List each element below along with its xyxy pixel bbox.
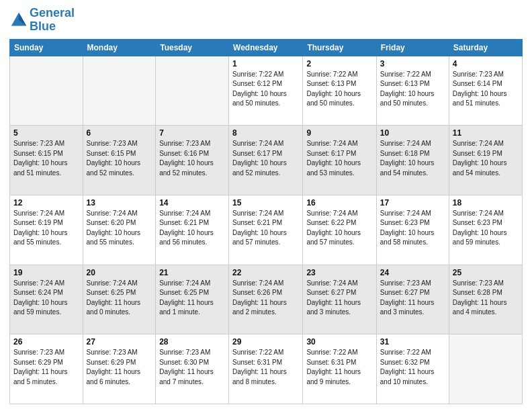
day-number: 13 xyxy=(87,198,152,208)
calendar-cell: 29Sunrise: 7:22 AM Sunset: 6:31 PM Dayli… xyxy=(229,334,303,404)
day-number: 19 xyxy=(13,268,79,277)
day-info: Sunrise: 7:22 AM Sunset: 6:31 PM Dayligh… xyxy=(306,348,372,387)
day-info: Sunrise: 7:22 AM Sunset: 6:32 PM Dayligh… xyxy=(380,348,445,387)
calendar-cell: 26Sunrise: 7:23 AM Sunset: 6:29 PM Dayli… xyxy=(10,334,83,404)
calendar-cell: 5Sunrise: 7:23 AM Sunset: 6:15 PM Daylig… xyxy=(10,126,83,195)
calendar-cell: 20Sunrise: 7:24 AM Sunset: 6:25 PM Dayli… xyxy=(83,265,156,334)
calendar-cell: 13Sunrise: 7:24 AM Sunset: 6:20 PM Dayli… xyxy=(83,195,156,265)
calendar-cell: 9Sunrise: 7:24 AM Sunset: 6:17 PM Daylig… xyxy=(303,126,376,195)
day-number: 8 xyxy=(232,128,299,138)
day-info: Sunrise: 7:24 AM Sunset: 6:23 PM Dayligh… xyxy=(380,209,445,248)
day-number: 4 xyxy=(453,59,519,68)
day-info: Sunrise: 7:23 AM Sunset: 6:27 PM Dayligh… xyxy=(380,279,445,318)
calendar-cell: 19Sunrise: 7:24 AM Sunset: 6:24 PM Dayli… xyxy=(10,265,83,334)
day-number: 11 xyxy=(453,128,519,138)
calendar-cell: 11Sunrise: 7:24 AM Sunset: 6:19 PM Dayli… xyxy=(449,126,522,195)
day-info: Sunrise: 7:24 AM Sunset: 6:19 PM Dayligh… xyxy=(453,139,519,178)
day-info: Sunrise: 7:23 AM Sunset: 6:29 PM Dayligh… xyxy=(13,348,79,387)
calendar-weekday-header: Wednesday xyxy=(229,39,303,56)
day-info: Sunrise: 7:24 AM Sunset: 6:17 PM Dayligh… xyxy=(306,139,372,178)
day-number: 12 xyxy=(13,198,79,208)
day-number: 22 xyxy=(232,268,299,277)
day-info: Sunrise: 7:22 AM Sunset: 6:13 PM Dayligh… xyxy=(306,70,372,109)
day-info: Sunrise: 7:24 AM Sunset: 6:22 PM Dayligh… xyxy=(306,209,372,248)
calendar-weekday-header: Monday xyxy=(83,39,156,56)
calendar-cell: 10Sunrise: 7:24 AM Sunset: 6:18 PM Dayli… xyxy=(376,126,449,195)
calendar-cell: 21Sunrise: 7:24 AM Sunset: 6:25 PM Dayli… xyxy=(156,265,229,334)
day-info: Sunrise: 7:24 AM Sunset: 6:19 PM Dayligh… xyxy=(13,209,79,248)
calendar-cell: 24Sunrise: 7:23 AM Sunset: 6:27 PM Dayli… xyxy=(376,265,449,334)
day-info: Sunrise: 7:24 AM Sunset: 6:25 PM Dayligh… xyxy=(159,279,225,318)
calendar-cell: 30Sunrise: 7:22 AM Sunset: 6:31 PM Dayli… xyxy=(303,334,376,404)
calendar-cell: 22Sunrise: 7:24 AM Sunset: 6:26 PM Dayli… xyxy=(229,265,303,334)
calendar-header-row: SundayMondayTuesdayWednesdayThursdayFrid… xyxy=(10,39,523,56)
calendar-cell: 28Sunrise: 7:23 AM Sunset: 6:30 PM Dayli… xyxy=(156,334,229,404)
calendar-cell xyxy=(83,56,156,126)
day-number: 17 xyxy=(380,198,445,208)
day-info: Sunrise: 7:22 AM Sunset: 6:12 PM Dayligh… xyxy=(232,70,299,109)
day-info: Sunrise: 7:23 AM Sunset: 6:30 PM Dayligh… xyxy=(159,348,225,387)
day-number: 15 xyxy=(232,198,299,208)
page-header: General Blue xyxy=(9,7,523,34)
calendar-cell xyxy=(10,56,83,126)
day-info: Sunrise: 7:24 AM Sunset: 6:18 PM Dayligh… xyxy=(380,139,445,178)
day-number: 20 xyxy=(87,268,152,277)
calendar-weekday-header: Tuesday xyxy=(156,39,229,56)
calendar-cell: 27Sunrise: 7:23 AM Sunset: 6:29 PM Dayli… xyxy=(83,334,156,404)
calendar-cell: 4Sunrise: 7:23 AM Sunset: 6:14 PM Daylig… xyxy=(449,56,522,126)
calendar-cell xyxy=(156,56,229,126)
day-number: 2 xyxy=(306,59,372,68)
day-number: 9 xyxy=(306,128,372,138)
day-number: 29 xyxy=(232,337,299,347)
day-number: 14 xyxy=(159,198,225,208)
day-info: Sunrise: 7:24 AM Sunset: 6:27 PM Dayligh… xyxy=(306,279,372,318)
day-number: 31 xyxy=(380,337,445,347)
calendar-cell: 12Sunrise: 7:24 AM Sunset: 6:19 PM Dayli… xyxy=(10,195,83,265)
calendar-cell: 14Sunrise: 7:24 AM Sunset: 6:21 PM Dayli… xyxy=(156,195,229,265)
day-number: 27 xyxy=(87,337,152,347)
calendar-cell: 1Sunrise: 7:22 AM Sunset: 6:12 PM Daylig… xyxy=(229,56,303,126)
day-number: 3 xyxy=(380,59,445,68)
day-number: 10 xyxy=(380,128,445,138)
day-number: 18 xyxy=(453,198,519,208)
calendar-cell: 23Sunrise: 7:24 AM Sunset: 6:27 PM Dayli… xyxy=(303,265,376,334)
calendar-cell: 7Sunrise: 7:23 AM Sunset: 6:16 PM Daylig… xyxy=(156,126,229,195)
day-info: Sunrise: 7:24 AM Sunset: 6:26 PM Dayligh… xyxy=(232,279,299,318)
calendar-table: SundayMondayTuesdayWednesdayThursdayFrid… xyxy=(9,39,523,404)
day-number: 28 xyxy=(159,337,225,347)
day-number: 6 xyxy=(87,128,152,138)
calendar-week-row: 1Sunrise: 7:22 AM Sunset: 6:12 PM Daylig… xyxy=(10,56,523,126)
day-info: Sunrise: 7:24 AM Sunset: 6:25 PM Dayligh… xyxy=(87,279,152,318)
calendar-weekday-header: Saturday xyxy=(449,39,522,56)
logo-icon xyxy=(9,11,28,30)
calendar-cell: 3Sunrise: 7:22 AM Sunset: 6:13 PM Daylig… xyxy=(376,56,449,126)
calendar-week-row: 12Sunrise: 7:24 AM Sunset: 6:19 PM Dayli… xyxy=(10,195,523,265)
calendar-week-row: 5Sunrise: 7:23 AM Sunset: 6:15 PM Daylig… xyxy=(10,126,523,195)
day-number: 25 xyxy=(453,268,519,277)
day-number: 1 xyxy=(232,59,299,68)
calendar-cell: 2Sunrise: 7:22 AM Sunset: 6:13 PM Daylig… xyxy=(303,56,376,126)
day-info: Sunrise: 7:24 AM Sunset: 6:20 PM Dayligh… xyxy=(87,209,152,248)
calendar-week-row: 19Sunrise: 7:24 AM Sunset: 6:24 PM Dayli… xyxy=(10,265,523,334)
day-number: 16 xyxy=(306,198,372,208)
day-number: 26 xyxy=(13,337,79,347)
day-number: 24 xyxy=(380,268,445,277)
day-info: Sunrise: 7:24 AM Sunset: 6:21 PM Dayligh… xyxy=(232,209,299,248)
day-info: Sunrise: 7:24 AM Sunset: 6:24 PM Dayligh… xyxy=(13,279,79,318)
calendar-weekday-header: Sunday xyxy=(10,39,83,56)
day-info: Sunrise: 7:24 AM Sunset: 6:23 PM Dayligh… xyxy=(453,209,519,248)
calendar-cell: 18Sunrise: 7:24 AM Sunset: 6:23 PM Dayli… xyxy=(449,195,522,265)
day-info: Sunrise: 7:23 AM Sunset: 6:29 PM Dayligh… xyxy=(87,348,152,387)
day-info: Sunrise: 7:23 AM Sunset: 6:16 PM Dayligh… xyxy=(159,139,225,178)
calendar-cell: 8Sunrise: 7:24 AM Sunset: 6:17 PM Daylig… xyxy=(229,126,303,195)
day-number: 30 xyxy=(306,337,372,347)
calendar-week-row: 26Sunrise: 7:23 AM Sunset: 6:29 PM Dayli… xyxy=(10,334,523,404)
calendar-cell: 6Sunrise: 7:23 AM Sunset: 6:15 PM Daylig… xyxy=(83,126,156,195)
day-info: Sunrise: 7:22 AM Sunset: 6:31 PM Dayligh… xyxy=(232,348,299,387)
day-info: Sunrise: 7:24 AM Sunset: 6:17 PM Dayligh… xyxy=(232,139,299,178)
day-info: Sunrise: 7:23 AM Sunset: 6:15 PM Dayligh… xyxy=(13,139,79,178)
day-info: Sunrise: 7:22 AM Sunset: 6:13 PM Dayligh… xyxy=(380,70,445,109)
logo-text: General Blue xyxy=(30,7,75,34)
day-info: Sunrise: 7:23 AM Sunset: 6:14 PM Dayligh… xyxy=(453,70,519,109)
calendar-weekday-header: Thursday xyxy=(303,39,376,56)
